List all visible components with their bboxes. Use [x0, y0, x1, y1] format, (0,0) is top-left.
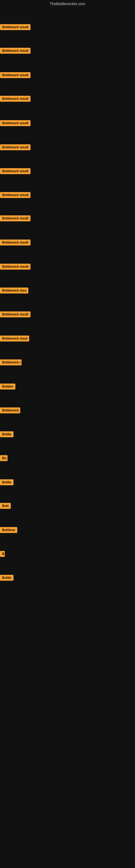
bottleneck-badge-22[interactable]: Bottlene — [0, 527, 17, 533]
bottleneck-badge-13[interactable]: Bottleneck result — [0, 311, 31, 317]
bottleneck-badge-row-9: Bottleneck result — [0, 215, 31, 222]
bottleneck-badge-4[interactable]: Bottleneck result — [0, 96, 31, 102]
bottleneck-badge-row-17: Bottleneck — [0, 407, 20, 414]
bottleneck-badge-row-20: Bottle — [0, 479, 13, 486]
bottleneck-badge-row-22: Bottlene — [0, 527, 17, 534]
bottleneck-badge-row-5: Bottleneck result — [0, 120, 31, 127]
bottleneck-badge-24[interactable]: Bottle — [0, 575, 13, 581]
bottleneck-badge-row-12: Bottleneck resu — [0, 287, 28, 294]
bottleneck-badge-row-16: Bottlen — [0, 383, 15, 391]
bottleneck-badge-23[interactable]: B — [0, 551, 5, 557]
bottleneck-badge-row-14: Bottleneck resul — [0, 336, 29, 343]
bottleneck-badge-row-1: Bottleneck result — [0, 24, 31, 31]
bottleneck-badge-row-19: Bo — [0, 455, 8, 462]
bottleneck-badge-17[interactable]: Bottleneck — [0, 407, 20, 413]
bottleneck-badge-2[interactable]: Bottleneck result — [0, 48, 31, 54]
bottleneck-badge-row-6: Bottleneck result — [0, 144, 31, 151]
bottleneck-badge-19[interactable]: Bo — [0, 455, 8, 461]
bottleneck-badge-14[interactable]: Bottleneck resul — [0, 336, 29, 341]
bottleneck-badge-row-10: Bottleneck result — [0, 240, 31, 247]
bottleneck-badge-10[interactable]: Bottleneck result — [0, 240, 31, 246]
bottleneck-badge-row-2: Bottleneck result — [0, 48, 31, 55]
bottleneck-badge-row-13: Bottleneck result — [0, 311, 31, 318]
bottleneck-badge-row-11: Bottleneck result — [0, 264, 31, 271]
bottleneck-badge-row-21: Bott — [0, 503, 11, 510]
bottleneck-badge-row-7: Bottleneck result — [0, 168, 31, 175]
bottleneck-badge-row-3: Bottleneck result — [0, 72, 31, 79]
bottleneck-badge-3[interactable]: Bottleneck result — [0, 72, 31, 78]
bottleneck-badge-16[interactable]: Bottlen — [0, 383, 15, 390]
bottleneck-badge-15[interactable]: Bottleneck r — [0, 360, 21, 365]
bottleneck-badge-11[interactable]: Bottleneck result — [0, 264, 31, 270]
bottleneck-badge-20[interactable]: Bottle — [0, 479, 13, 485]
bottleneck-badge-row-24: Bottle — [0, 575, 13, 582]
bottleneck-badge-5[interactable]: Bottleneck result — [0, 120, 31, 126]
bottleneck-badge-row-8: Bottleneck result — [0, 192, 31, 199]
bottleneck-badge-1[interactable]: Bottleneck result — [0, 24, 31, 30]
bottleneck-badge-12[interactable]: Bottleneck resu — [0, 287, 28, 293]
bottleneck-badge-9[interactable]: Bottleneck result — [0, 215, 31, 221]
bottleneck-badge-18[interactable]: Bottle — [0, 431, 13, 437]
bottleneck-badge-7[interactable]: Bottleneck result — [0, 168, 31, 174]
site-title: TheBottlenecker.com — [0, 0, 135, 9]
bottleneck-badge-8[interactable]: Bottleneck result — [0, 192, 31, 198]
bottleneck-badge-row-18: Bottle — [0, 431, 13, 438]
bottleneck-badge-row-4: Bottleneck result — [0, 96, 31, 103]
bottleneck-badge-21[interactable]: Bott — [0, 503, 11, 509]
bottleneck-badge-row-23: B — [0, 551, 5, 558]
bottleneck-badge-row-15: Bottleneck r — [0, 360, 21, 367]
bottleneck-badge-6[interactable]: Bottleneck result — [0, 144, 31, 150]
